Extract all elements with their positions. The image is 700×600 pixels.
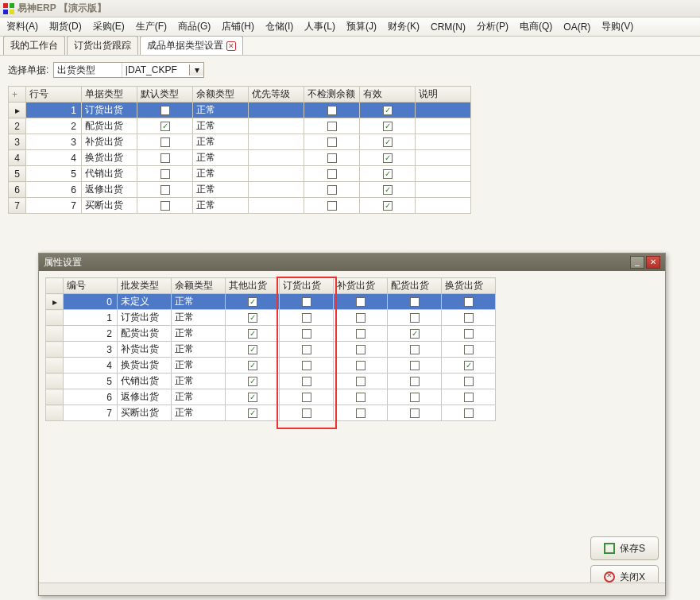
checkbox[interactable] [283, 345, 330, 354]
checkbox[interactable] [283, 297, 330, 307]
row-header[interactable]: 4 [9, 150, 26, 166]
checkbox[interactable]: ✓ [229, 313, 276, 323]
menu-item[interactable]: 导购(V) [601, 20, 633, 33]
cell-other[interactable]: ✓ [226, 342, 280, 358]
checkbox[interactable] [337, 313, 384, 323]
row-header[interactable] [46, 405, 64, 421]
cell-nocheck[interactable] [304, 103, 360, 118]
property-grid[interactable]: 编号批发类型余额类型其他出货订货出货补货出货配货出货换货出货▸0未定义正常✓1订… [45, 277, 496, 421]
cell-default[interactable] [137, 182, 193, 198]
checkbox[interactable]: ✓ [363, 153, 412, 163]
cell-nocheck[interactable] [304, 166, 360, 182]
doc-type-grid[interactable]: +行号单据类型默认类型余额类型优先等级不检测余额有效说明▸1订货出货正常✓22配… [8, 86, 471, 214]
menu-item[interactable]: 财务(K) [388, 20, 420, 33]
cell-distribute[interactable]: ✓ [388, 326, 442, 342]
cell-nocheck[interactable] [304, 150, 360, 166]
cell-replenish[interactable] [334, 389, 388, 405]
column-header[interactable]: 配货出货 [388, 278, 442, 294]
cell-exchange[interactable]: ✓ [442, 358, 496, 374]
checkbox[interactable] [141, 169, 189, 179]
column-header[interactable]: 余额类型 [172, 278, 226, 294]
cell-distribute[interactable] [388, 310, 442, 326]
menu-item[interactable]: 仓储(I) [265, 20, 293, 33]
cell-default[interactable] [137, 134, 193, 150]
column-header[interactable]: 说明 [416, 87, 471, 103]
checkbox[interactable] [445, 313, 492, 323]
checkbox[interactable] [307, 106, 356, 115]
checkbox[interactable] [141, 153, 189, 163]
cell-enabled[interactable]: ✓ [360, 134, 416, 150]
checkbox[interactable]: ✓ [363, 185, 412, 195]
cell-exchange[interactable] [442, 342, 496, 358]
menu-item[interactable]: CRM(N) [431, 21, 466, 33]
column-header[interactable]: 订货出货 [280, 278, 334, 294]
checkbox[interactable]: ✓ [363, 106, 412, 115]
menu-item[interactable]: OA(R) [563, 21, 590, 33]
checkbox[interactable] [391, 408, 438, 418]
checkbox[interactable]: ✓ [229, 377, 276, 386]
cell-order[interactable] [280, 310, 334, 326]
column-header[interactable]: 批发类型 [118, 278, 172, 294]
cell-replenish[interactable] [334, 374, 388, 389]
minimize-icon[interactable]: _ [630, 256, 644, 269]
cell-distribute[interactable] [388, 405, 442, 421]
cell-order[interactable] [280, 358, 334, 374]
checkbox[interactable]: ✓ [229, 345, 276, 354]
row-header[interactable]: 5 [9, 166, 26, 182]
chevron-down-icon[interactable]: ▾ [189, 64, 203, 75]
cell-distribute[interactable] [388, 389, 442, 405]
checkbox[interactable] [337, 393, 384, 402]
checkbox[interactable]: ✓ [229, 329, 276, 339]
checkbox[interactable] [391, 297, 438, 307]
cell-replenish[interactable] [334, 294, 388, 310]
checkbox[interactable] [445, 329, 492, 339]
close-icon[interactable]: ✕ [646, 256, 660, 269]
checkbox[interactable]: ✓ [363, 122, 412, 131]
checkbox[interactable] [445, 408, 492, 418]
cell-enabled[interactable]: ✓ [360, 198, 416, 214]
cell-exchange[interactable] [442, 405, 496, 421]
table-row[interactable]: 1订货出货正常✓ [46, 310, 496, 326]
cell-enabled[interactable]: ✓ [360, 103, 416, 118]
table-row[interactable]: 4换货出货正常✓✓ [46, 358, 496, 374]
row-header[interactable] [46, 389, 64, 405]
column-header[interactable]: 行号 [26, 87, 82, 103]
cell-order[interactable] [280, 294, 334, 310]
cell-replenish[interactable] [334, 342, 388, 358]
table-row[interactable]: 55代销出货正常✓ [9, 166, 471, 182]
checkbox[interactable] [337, 377, 384, 386]
checkbox[interactable]: ✓ [445, 361, 492, 370]
cell-exchange[interactable] [442, 326, 496, 342]
table-row[interactable]: 7买断出货正常✓ [46, 405, 496, 421]
table-row[interactable]: 2配货出货正常✓✓ [46, 326, 496, 342]
cell-nocheck[interactable] [304, 134, 360, 150]
checkbox[interactable] [283, 329, 330, 339]
menu-item[interactable]: 采购(E) [93, 20, 125, 33]
column-header[interactable]: 余额类型 [193, 87, 249, 103]
checkbox[interactable] [445, 393, 492, 402]
document-tab[interactable]: 订货出货跟踪 [67, 36, 138, 55]
row-header[interactable]: ▸ [9, 103, 26, 118]
cell-distribute[interactable] [388, 374, 442, 389]
checkbox[interactable] [141, 185, 189, 195]
menu-item[interactable]: 电商(Q) [520, 20, 552, 33]
checkbox[interactable] [445, 345, 492, 354]
checkbox[interactable]: ✓ [141, 122, 189, 131]
cell-other[interactable]: ✓ [226, 310, 280, 326]
checkbox[interactable]: ✓ [229, 297, 276, 307]
cell-order[interactable] [280, 374, 334, 389]
checkbox[interactable] [141, 106, 189, 115]
cell-default[interactable] [137, 150, 193, 166]
checkbox[interactable]: ✓ [229, 408, 276, 418]
menu-item[interactable]: 商品(G) [178, 20, 211, 33]
cell-order[interactable] [280, 405, 334, 421]
column-header[interactable]: 不检测余额 [304, 87, 360, 103]
menu-item[interactable]: 生产(F) [136, 20, 167, 33]
table-row[interactable]: 22配货出货✓正常✓ [9, 118, 471, 134]
cell-replenish[interactable] [334, 326, 388, 342]
menu-item[interactable]: 分析(P) [477, 20, 509, 33]
checkbox[interactable] [307, 185, 356, 195]
row-header[interactable]: 7 [9, 198, 26, 214]
menu-item[interactable]: 资料(A) [6, 20, 38, 33]
table-row[interactable]: 77买断出货正常✓ [9, 198, 471, 214]
